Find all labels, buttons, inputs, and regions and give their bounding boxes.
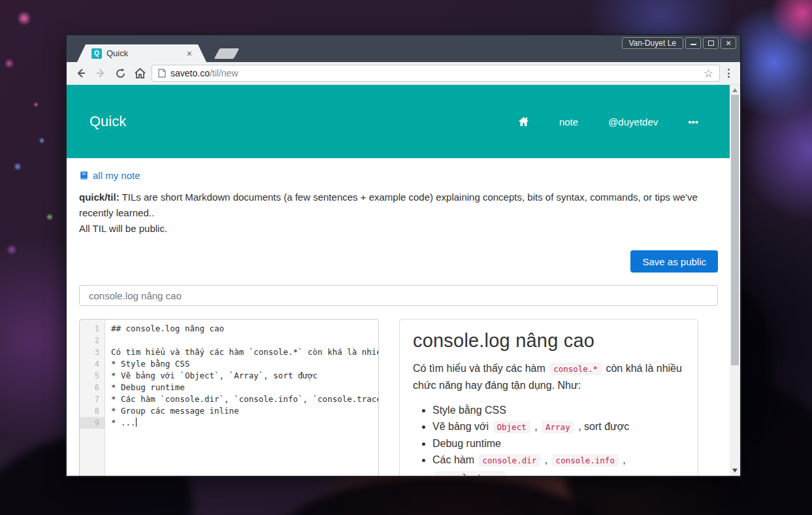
line-number: 7 <box>80 393 105 405</box>
code-text: Có tìm hiểu và thấy các hàm `console.*` … <box>105 346 378 358</box>
new-tab-button[interactable] <box>214 48 240 59</box>
menu-dot <box>728 69 730 71</box>
back-button[interactable] <box>73 65 89 81</box>
site-header: Quick note @duyetdev ••• <box>67 85 730 158</box>
tab-title: Quick <box>106 48 182 58</box>
bullet-item: Các hàm console.dir , console.info , con… <box>432 452 685 476</box>
inline-code: console.trace <box>434 471 506 476</box>
editor-line[interactable]: 4* Style bằng CSS <box>80 358 378 370</box>
crowd-silhouette <box>274 476 614 515</box>
intro-paragraph: quick/til: TILs are short Markdown docum… <box>79 190 718 221</box>
preview-bullet-list: Style bằng CSSVẽ bảng với Object , Array… <box>413 402 685 476</box>
page-viewport: Quick note @duyetdev ••• all my note <box>67 85 740 476</box>
tab-strip: Q Quick × Van-Duyet Le ✕ <box>67 35 740 62</box>
line-number: 2 <box>80 335 105 346</box>
close-button[interactable]: ✕ <box>721 37 736 49</box>
bullet-item: Vẽ bảng với Object , Array , sort được <box>432 418 685 435</box>
minimize-icon <box>690 42 696 45</box>
site-brand[interactable]: Quick <box>89 113 126 130</box>
preview-paragraph: Có tìm hiểu và thấy các hàm console.* cò… <box>413 360 685 393</box>
editor-line[interactable]: 6* Debug runtime <box>80 382 378 393</box>
nav-note-link[interactable]: note <box>559 116 578 127</box>
editor-line[interactable]: 8* Group các message inline <box>80 405 378 417</box>
all-my-note-label: all my note <box>93 170 140 181</box>
code-text: * Các hàm `console.dir`, `console.info`,… <box>105 393 378 405</box>
line-number: 1 <box>80 323 105 335</box>
markdown-editor[interactable]: 1## console.log nâng cao23Có tìm hiểu và… <box>79 319 379 476</box>
intro-bold: quick/til: <box>79 191 120 203</box>
editor-line[interactable]: 2 <box>80 335 378 346</box>
browser-menu-button[interactable] <box>724 69 734 78</box>
menu-dot <box>728 73 730 75</box>
editor-line[interactable]: 1## console.log nâng cao <box>80 323 378 335</box>
scroll-down-arrow-icon[interactable] <box>732 469 738 473</box>
browser-toolbar: saveto.co/til/new ☆ <box>67 62 740 85</box>
book-icon <box>79 171 89 180</box>
window-user-label[interactable]: Van-Duyet Le <box>622 37 684 49</box>
line-number: 9 <box>80 417 105 429</box>
browser-window: Q Quick × Van-Duyet Le ✕ <box>65 34 741 477</box>
inline-code: console.info <box>552 454 619 467</box>
preview-heading: console.log nâng cao <box>413 330 685 352</box>
inline-code: Object <box>493 421 530 433</box>
bookmark-star-icon[interactable]: ☆ <box>704 68 713 79</box>
desktop-wallpaper: Q Quick × Van-Duyet Le ✕ <box>0 0 812 515</box>
maximize-button[interactable] <box>703 37 719 49</box>
reload-button[interactable] <box>112 65 128 81</box>
inline-code: Array <box>542 421 574 433</box>
home-icon <box>518 116 529 127</box>
nav-more-button[interactable]: ••• <box>688 116 698 127</box>
all-my-note-link[interactable]: all my note <box>79 170 718 181</box>
save-as-public-button[interactable]: Save as public <box>630 250 718 273</box>
code-text: * Style bằng CSS <box>105 358 378 370</box>
line-number: 8 <box>80 405 105 417</box>
bullet-item: Debug runtime <box>432 435 685 452</box>
reload-icon <box>115 68 126 79</box>
url-host: saveto.co <box>171 68 210 78</box>
note-title-input[interactable] <box>79 285 718 306</box>
editor-preview-row: 1## console.log nâng cao23Có tìm hiểu và… <box>79 319 718 476</box>
intro-line2: All TIL will be public. <box>79 221 718 237</box>
url-path: /til/new <box>210 68 238 78</box>
window-controls: Van-Duyet Le ✕ <box>622 37 737 49</box>
site-nav: note @duyetdev ••• <box>518 116 698 127</box>
text-cursor <box>136 418 137 427</box>
tab-favicon-icon: Q <box>91 48 102 59</box>
code-text: ## console.log nâng cao <box>105 323 378 335</box>
scroll-up-arrow-icon[interactable] <box>732 88 738 92</box>
line-number: 5 <box>80 370 105 382</box>
maximize-icon <box>708 41 714 46</box>
line-number: 3 <box>80 346 105 358</box>
editor-line[interactable]: 3Có tìm hiểu và thấy các hàm `console.*`… <box>80 346 378 358</box>
line-number: 6 <box>80 382 105 393</box>
home-button[interactable] <box>132 65 148 81</box>
bullet-item: Style bằng CSS <box>432 402 685 418</box>
code-text: * Group các message inline <box>105 405 378 417</box>
address-bar[interactable]: saveto.co/til/new ☆ <box>152 65 720 82</box>
browser-tab[interactable]: Q Quick × <box>77 44 206 62</box>
editor-lines: 1## console.log nâng cao23Có tìm hiểu và… <box>80 323 378 429</box>
page-icon <box>158 69 166 78</box>
forward-arrow-icon <box>95 67 106 79</box>
code-text <box>105 335 378 346</box>
nav-home-link[interactable] <box>518 116 529 127</box>
editor-line[interactable]: 5* Vẽ bảng với `Object`, `Array`, sort đ… <box>80 370 378 382</box>
menu-dot <box>728 76 730 78</box>
scrollbar-thumb[interactable] <box>731 95 739 365</box>
url-text: saveto.co/til/new <box>171 68 238 78</box>
forward-button[interactable] <box>93 65 108 81</box>
intro-rest: TILs are short Markdown documents (a few… <box>79 191 698 218</box>
page-scrollbar[interactable] <box>730 85 740 476</box>
minimize-button[interactable] <box>685 37 701 49</box>
button-row: Save as public <box>79 250 718 273</box>
close-icon: ✕ <box>725 40 731 47</box>
editor-line[interactable]: 7* Các hàm `console.dir`, `console.info`… <box>80 393 378 405</box>
tab-close-icon[interactable]: × <box>187 49 192 58</box>
nav-user-link[interactable]: @duyetdev <box>608 116 658 127</box>
home-icon <box>134 67 146 79</box>
code-text: * Debug runtime <box>105 382 378 393</box>
editor-line[interactable]: 9* ... <box>80 417 378 429</box>
code-text: * Vẽ bảng với `Object`, `Array`, sort đư… <box>105 370 378 382</box>
inline-code: console.dir <box>478 454 540 467</box>
content-container: all my note quick/til: TILs are short Ma… <box>79 170 718 476</box>
